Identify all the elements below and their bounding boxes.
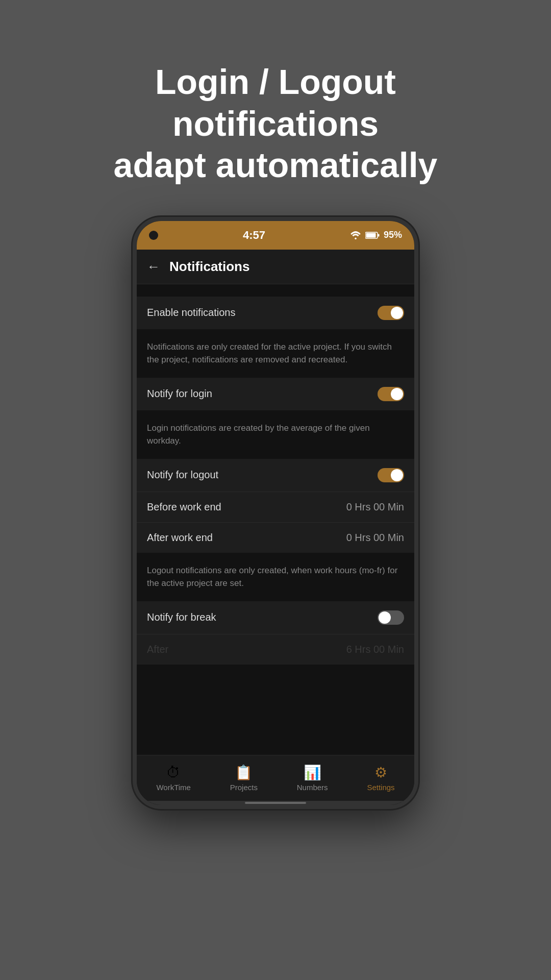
after-break-label: After: [147, 644, 168, 655]
back-button[interactable]: ←: [147, 259, 160, 275]
notify-logout-section: Notify for logout Before work end 0 Hrs …: [137, 459, 414, 553]
camera-icon: [149, 231, 158, 240]
status-icons: 95%: [350, 230, 402, 240]
enable-notifications-toggle[interactable]: [378, 306, 404, 320]
svg-point-0: [355, 237, 357, 239]
before-work-end-label: Before work end: [147, 501, 221, 513]
before-work-end-value: 0 Hrs 00 Min: [346, 501, 404, 513]
svg-rect-2: [366, 233, 375, 237]
nav-item-worktime[interactable]: ⏱ WorkTime: [156, 764, 191, 792]
notify-break-toggle[interactable]: [378, 610, 404, 625]
screen-title: Notifications: [169, 259, 249, 275]
nav-item-numbers[interactable]: 📊 Numbers: [297, 764, 328, 792]
projects-label: Projects: [230, 783, 258, 792]
after-break-value: 6 Hrs 00 Min: [346, 644, 404, 655]
notify-logout-toggle[interactable]: [378, 468, 404, 482]
logout-desc-text: Logout notifications are only created, w…: [137, 557, 414, 597]
notify-logout-row[interactable]: Notify for logout: [137, 459, 414, 492]
battery-icon: [365, 231, 380, 239]
headline-text: Login / Logout notifications adapt autom…: [31, 61, 520, 186]
notify-logout-label: Notify for logout: [147, 469, 218, 481]
status-time: 4:57: [243, 229, 265, 242]
before-work-end-row[interactable]: Before work end 0 Hrs 00 Min: [137, 492, 414, 523]
enable-desc-text: Notifications are only created for the a…: [137, 333, 414, 374]
login-description-block: Login notifications are created by the a…: [137, 414, 414, 455]
settings-label: Settings: [367, 783, 394, 792]
battery-pct: 95%: [384, 230, 402, 240]
after-work-end-row[interactable]: After work end 0 Hrs 00 Min: [137, 523, 414, 553]
nav-item-settings[interactable]: ⚙ Settings: [367, 764, 394, 792]
toggle-knob-break: [379, 611, 391, 624]
enable-notifications-label: Enable notifications: [147, 307, 235, 318]
page-headline: Login / Logout notifications adapt autom…: [0, 31, 551, 186]
worktime-label: WorkTime: [156, 783, 191, 792]
notify-login-section: Notify for login: [137, 378, 414, 410]
notify-break-row[interactable]: Notify for break: [137, 601, 414, 634]
logout-description-block: Logout notifications are only created, w…: [137, 557, 414, 597]
svg-rect-3: [378, 234, 379, 236]
projects-icon: 📋: [235, 764, 253, 781]
after-break-row: After 6 Hrs 00 Min: [137, 634, 414, 665]
wifi-icon: [350, 231, 361, 239]
settings-icon: ⚙: [374, 764, 387, 781]
phone-frame: 4:57 95% ← Notifications Enable no: [133, 217, 418, 809]
numbers-icon: 📊: [304, 764, 321, 781]
enable-notifications-row[interactable]: Enable notifications: [137, 297, 414, 329]
home-indicator: [137, 801, 414, 805]
notify-login-toggle[interactable]: [378, 387, 404, 401]
toggle-knob-login: [391, 388, 403, 400]
notify-break-section: Notify for break After 6 Hrs 00 Min: [137, 601, 414, 665]
enable-notifications-description: Notifications are only created for the a…: [137, 333, 414, 374]
phone-side-button: [417, 323, 418, 364]
notify-login-label: Notify for login: [147, 388, 212, 400]
notify-login-row[interactable]: Notify for login: [137, 378, 414, 410]
notify-break-label: Notify for break: [147, 611, 216, 623]
numbers-label: Numbers: [297, 783, 328, 792]
status-bar: 4:57 95%: [137, 221, 414, 250]
worktime-icon: ⏱: [166, 764, 181, 781]
bottom-navigation: ⏱ WorkTime 📋 Projects 📊 Numbers ⚙ Settin…: [137, 755, 414, 801]
nav-item-projects[interactable]: 📋 Projects: [230, 764, 258, 792]
app-bar: ← Notifications: [137, 250, 414, 284]
after-work-end-value: 0 Hrs 00 Min: [346, 532, 404, 544]
settings-content: Enable notifications Notifications are o…: [137, 284, 414, 755]
login-desc-text: Login notifications are created by the a…: [137, 414, 414, 455]
home-indicator-bar: [245, 802, 306, 804]
enable-notifications-section: Enable notifications: [137, 297, 414, 329]
after-work-end-label: After work end: [147, 532, 213, 544]
toggle-knob: [391, 307, 403, 319]
toggle-knob-logout: [391, 469, 403, 481]
